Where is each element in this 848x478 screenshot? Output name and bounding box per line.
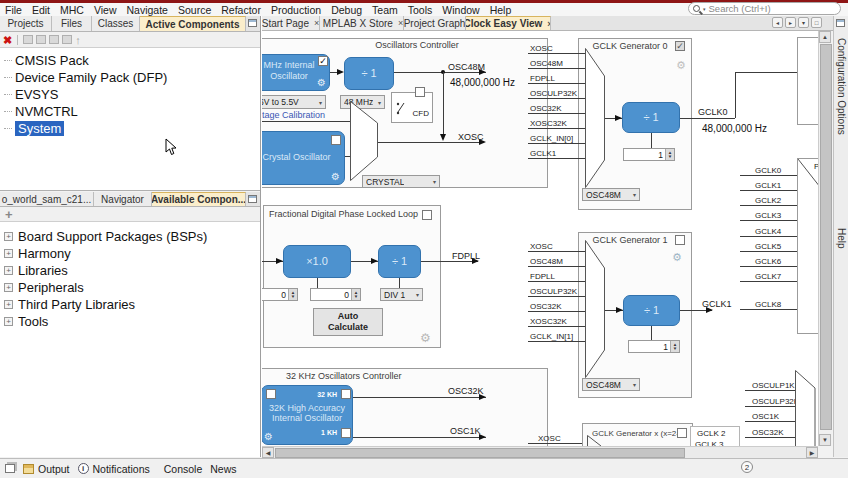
gclk1-source-dropdown[interactable]: OSC48M▾	[582, 378, 640, 391]
tab-list-icon[interactable]: ▾	[798, 17, 809, 28]
spinner-arrows-icon[interactable]: ▲▼	[288, 289, 297, 300]
notification-badge[interactable]: 2	[741, 461, 753, 473]
gear-icon[interactable]: ⚙	[331, 171, 340, 182]
scroll-down-icon[interactable]: ▼	[819, 434, 831, 446]
gclk1-divider-box[interactable]: ÷ 1	[623, 295, 680, 326]
move-up-icon[interactable]: ↑	[75, 35, 81, 45]
menu-team[interactable]: Team	[367, 4, 403, 16]
expand-icon[interactable]: +	[4, 300, 13, 309]
tab-navigator[interactable]: Navigator	[94, 192, 152, 206]
gclk0-source-dropdown[interactable]: OSC48M▾	[582, 188, 640, 201]
gclk0-divider-box[interactable]: ÷ 1	[622, 102, 680, 133]
status-output[interactable]: Output	[38, 463, 70, 475]
gear-icon[interactable]: ⚙	[676, 60, 686, 71]
fdpll-enable-checkbox[interactable]	[422, 210, 432, 220]
output-32k-checkbox[interactable]	[341, 389, 351, 399]
scroll-right-icon[interactable]: ▶	[806, 447, 818, 458]
menu-production[interactable]: Production	[266, 4, 326, 16]
list-item[interactable]: GCLK 2	[697, 429, 725, 438]
fdpll-int-spinner[interactable]: 0▲▼	[262, 288, 298, 301]
spinner-arrows-icon[interactable]: ▲▼	[670, 341, 679, 352]
internal-oscillator-box[interactable]: MHz Internal Oscillator ✓ ⚙	[262, 54, 330, 91]
menu-refactor[interactable]: Refactor	[216, 4, 266, 16]
scroll-tabs-left-icon[interactable]: ◂	[772, 17, 783, 28]
tree-item-bsps[interactable]: +Board Support Packages (BSPs)	[4, 229, 207, 244]
horizontal-scrollbar[interactable]: ◀ ▶	[262, 446, 818, 458]
tree-item-tools[interactable]: +Tools	[4, 314, 48, 329]
tree-item-harmony[interactable]: +Harmony	[4, 246, 71, 261]
menu-edit[interactable]: Edit	[27, 4, 55, 16]
tab-mplab-x-store[interactable]: MPLAB X Store×	[320, 16, 404, 30]
tab-project-graph[interactable]: Project Graph	[404, 16, 466, 30]
fdpll-frac-spinner[interactable]: 0▲▼	[310, 288, 361, 301]
tree-item-dfp[interactable]: Device Family Pack (DFP)	[4, 70, 167, 85]
close-icon[interactable]: ×	[398, 18, 403, 28]
gear-icon[interactable]: ⚙	[317, 77, 326, 88]
scroll-up-icon[interactable]: ▲	[819, 31, 831, 43]
tree-item-system[interactable]: System	[4, 121, 64, 136]
component-tool-icon[interactable]	[62, 35, 72, 44]
menu-mhc[interactable]: MHC	[55, 4, 89, 16]
expand-icon[interactable]: +	[4, 249, 13, 258]
tree-item-peripherals[interactable]: +Peripherals	[4, 280, 84, 295]
tree-item-cmsis-pack[interactable]: CMSIS Pack	[4, 53, 89, 68]
osc48m-divider-box[interactable]: ÷ 1	[344, 57, 394, 90]
gear-icon[interactable]: ⚙	[420, 333, 431, 344]
component-tool-icon[interactable]	[36, 35, 46, 44]
output-1k-checkbox[interactable]	[341, 428, 351, 438]
status-notifications[interactable]: Notifications	[93, 463, 150, 475]
gclkx-enable-checkbox[interactable]	[677, 428, 687, 438]
expand-icon[interactable]: +	[4, 266, 13, 275]
tab-files[interactable]: Files	[52, 16, 92, 31]
tree-item-third-party[interactable]: +Third Party Libraries	[4, 297, 135, 312]
tree-item-nvmctrl[interactable]: NVMCTRL	[4, 104, 78, 119]
close-icon[interactable]: ×	[547, 19, 551, 29]
menu-view[interactable]: View	[89, 4, 122, 16]
tree-item-evsys[interactable]: EVSYS	[4, 87, 58, 102]
sidebar-item-configuration-options[interactable]: Configuration Options	[836, 38, 847, 135]
scroll-tabs-right-icon[interactable]: ▸	[785, 17, 796, 28]
tab-active-components[interactable]: Active Components	[140, 16, 246, 31]
fdpll-multiplier-box[interactable]: ×1.0	[283, 245, 351, 278]
osc32k-enable-checkbox[interactable]	[266, 389, 276, 399]
gclk1-div-spinner[interactable]: 1▲▼	[628, 340, 680, 353]
minimize-pane-icon[interactable]	[248, 19, 257, 27]
vertical-scrollbar-thumb[interactable]	[820, 44, 832, 430]
tab-projects[interactable]: Projects	[0, 16, 52, 31]
scroll-left-icon[interactable]: ◀	[262, 447, 274, 458]
voltage-calibration-link[interactable]: tage Calibration	[262, 110, 325, 120]
voltage-range-dropdown[interactable]: 3.6V to 5.5V▾	[262, 95, 326, 109]
maximize-window-icon[interactable]: □	[811, 17, 822, 28]
tab-available-components[interactable]: Available Compon...	[152, 192, 246, 206]
tab-classes[interactable]: Classes	[92, 16, 140, 31]
sidebar-item-help[interactable]: Help	[836, 228, 847, 249]
fdpll-divider-box[interactable]: ÷ 1	[378, 245, 421, 278]
gclk1-enable-checkbox[interactable]	[675, 235, 685, 245]
osc32k-box[interactable]: 32K High AccuracyInternal Oscillator ⚙ 3…	[262, 385, 353, 445]
auto-calculate-button[interactable]: Auto Calculate	[313, 308, 383, 336]
expand-icon[interactable]: +	[4, 232, 13, 241]
menu-source[interactable]: Source	[173, 4, 216, 16]
expand-icon[interactable]: +	[4, 317, 13, 326]
search-dropdown-icon[interactable]: ▾	[703, 6, 706, 12]
gear-icon[interactable]: ⚙	[264, 431, 273, 442]
component-tool-icon[interactable]	[49, 35, 59, 44]
minimize-pane-icon[interactable]	[248, 195, 257, 203]
cfd-checkbox[interactable]	[415, 87, 425, 97]
close-icon[interactable]: ×	[314, 18, 319, 28]
gclk0-div-spinner[interactable]: 1▲▼	[623, 148, 675, 161]
search-input[interactable]: ▾ Search (Ctrl+I)	[688, 2, 841, 15]
status-news[interactable]: News	[210, 463, 236, 475]
vertical-scrollbar[interactable]: ▲ ▼	[818, 31, 832, 446]
cfd-box[interactable]: CFD	[391, 92, 433, 123]
oscillator-enable-checkbox[interactable]: ✓	[318, 56, 328, 66]
crystal-mode-dropdown[interactable]: CRYSTAL▾	[362, 175, 440, 188]
add-component-icon[interactable]: +	[5, 207, 13, 222]
menu-tools[interactable]: Tools	[403, 4, 438, 16]
status-console[interactable]: Console	[164, 463, 203, 475]
spinner-arrows-icon[interactable]: ▲▼	[665, 149, 674, 160]
delete-icon[interactable]: ✖	[3, 35, 12, 45]
gear-icon[interactable]: ⚙	[672, 252, 682, 263]
gclk0-enable-checkbox[interactable]: ✓	[675, 41, 685, 51]
fdpll-div-dropdown[interactable]: DIV 1▾	[380, 288, 423, 301]
